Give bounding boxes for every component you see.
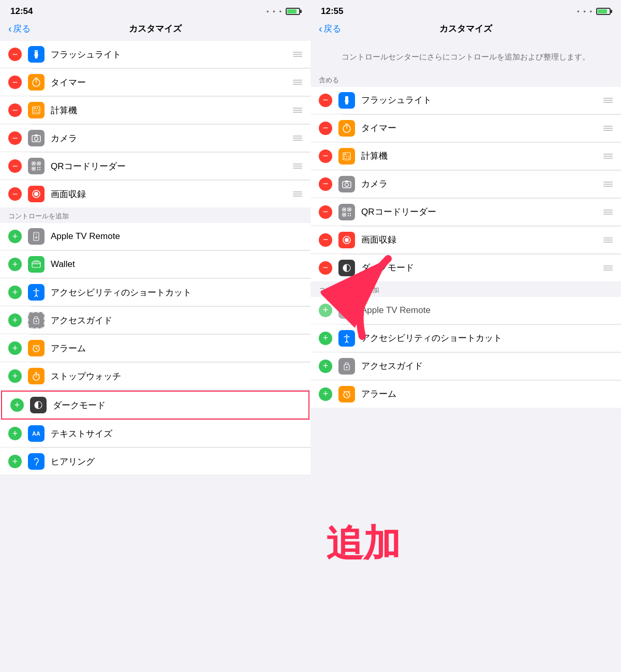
drag-handle[interactable] <box>289 52 302 57</box>
remove-button[interactable]: − <box>8 76 22 89</box>
add-button[interactable]: + <box>10 398 24 412</box>
drag-handle[interactable] <box>289 191 302 197</box>
remove-button[interactable]: − <box>319 150 332 163</box>
drag-handle[interactable] <box>599 182 613 187</box>
drag-handle[interactable] <box>599 126 613 131</box>
drag-handle[interactable] <box>599 210 613 215</box>
svg-line-44 <box>33 345 35 346</box>
remove-button[interactable]: − <box>8 48 22 61</box>
svg-point-62 <box>348 156 349 157</box>
drag-handle[interactable] <box>289 80 302 85</box>
add-button[interactable]: + <box>8 313 22 327</box>
drag-handle[interactable] <box>289 108 302 113</box>
right-time: 12:55 <box>321 6 343 17</box>
timer-icon <box>28 74 45 91</box>
item-label: カメラ <box>51 132 289 144</box>
remove-button[interactable]: − <box>8 131 22 145</box>
svg-point-60 <box>344 156 345 157</box>
remove-button[interactable]: − <box>319 94 332 107</box>
dark-mode-icon <box>30 397 47 413</box>
drag-handle[interactable] <box>599 98 613 103</box>
svg-line-92 <box>344 391 345 392</box>
guided-access-icon <box>28 312 45 328</box>
list-item: + Apple TV Remote <box>0 223 310 250</box>
list-item: − タイマー <box>310 115 621 142</box>
svg-rect-28 <box>39 169 40 170</box>
svg-point-12 <box>38 110 39 111</box>
accessibility-icon <box>28 284 45 301</box>
svg-point-17 <box>35 137 38 141</box>
appletv-icon <box>338 302 355 319</box>
drag-handle[interactable] <box>289 136 302 141</box>
remove-button[interactable]: − <box>8 159 22 173</box>
svg-rect-18 <box>35 135 38 136</box>
svg-point-15 <box>38 112 39 113</box>
item-label: アクセスガイド <box>51 315 302 326</box>
left-back-button[interactable]: ‹ 戻る <box>8 23 31 35</box>
remove-button[interactable]: − <box>319 122 332 135</box>
svg-point-38 <box>36 289 37 290</box>
item-label: フラッシュライト <box>361 94 599 106</box>
hearing-icon <box>28 453 45 470</box>
left-nav-bar: ‹ 戻る カスタマイズ <box>0 19 310 41</box>
item-label: アクセシビリティのショートカット <box>361 332 613 344</box>
dark-mode-list-item: + ダークモード <box>1 391 309 420</box>
add-button[interactable]: + <box>8 258 22 271</box>
remove-button[interactable]: − <box>8 187 22 201</box>
remove-button[interactable]: − <box>319 261 332 275</box>
item-label: アラーム <box>51 342 302 354</box>
list-item: − QRコードリーダー <box>310 199 621 226</box>
list-item: + アクセスガイド <box>0 307 310 334</box>
svg-rect-26 <box>39 167 40 168</box>
accessibility-icon <box>338 330 355 347</box>
add-button[interactable]: + <box>319 360 332 373</box>
list-item: + アクセシビリティのショートカット <box>0 279 310 306</box>
left-status-bar: 12:54 • • • <box>0 0 310 19</box>
svg-rect-27 <box>37 169 38 170</box>
right-back-button[interactable]: ‹ 戻る <box>319 23 341 35</box>
item-label: アクセスガイド <box>361 360 613 372</box>
drag-handle[interactable] <box>289 163 302 169</box>
svg-point-83 <box>346 308 347 309</box>
remove-button[interactable]: − <box>319 205 332 219</box>
svg-line-50 <box>38 374 39 375</box>
list-item: − カメラ <box>0 125 310 152</box>
item-label: 画面収録 <box>51 188 289 200</box>
alarm-icon <box>28 340 45 356</box>
drag-handle[interactable] <box>599 265 613 271</box>
appletv-icon <box>28 228 45 245</box>
svg-rect-25 <box>37 167 38 168</box>
list-item: + アラーム <box>310 381 621 408</box>
item-label: ヒアリング <box>51 456 302 468</box>
remove-button[interactable]: − <box>8 103 22 117</box>
flashlight-icon <box>338 92 355 109</box>
svg-point-13 <box>34 112 35 113</box>
drag-handle[interactable] <box>599 237 613 243</box>
add-button[interactable]: + <box>8 369 22 383</box>
remove-button[interactable]: − <box>319 177 332 191</box>
add-button[interactable]: + <box>8 230 22 243</box>
svg-rect-77 <box>348 215 349 216</box>
list-item: + AA テキストサイズ <box>0 420 310 447</box>
item-label: ダークモード <box>53 399 300 411</box>
svg-line-45 <box>38 345 39 346</box>
svg-rect-68 <box>345 181 348 182</box>
add-button[interactable]: + <box>319 387 332 401</box>
svg-point-11 <box>36 110 37 111</box>
wallet-icon <box>28 256 45 273</box>
svg-rect-7 <box>34 108 36 109</box>
add-button[interactable]: + <box>319 332 332 345</box>
right-panel: 12:55 • • • ‹ 戻る カスタマイズ コントロールセンターにさらにコン… <box>310 0 621 672</box>
drag-handle[interactable] <box>599 154 613 159</box>
add-button[interactable]: + <box>8 286 22 299</box>
left-add-group: + Apple TV Remote + Wallet + アクセシビリティのショ… <box>0 223 310 475</box>
add-button[interactable]: + <box>8 427 22 440</box>
svg-point-80 <box>345 238 349 242</box>
add-button[interactable]: + <box>8 455 22 468</box>
add-button[interactable]: + <box>319 304 332 317</box>
svg-point-88 <box>346 366 348 368</box>
add-button[interactable]: + <box>8 341 22 355</box>
remove-button[interactable]: − <box>319 233 332 247</box>
item-label: タイマー <box>51 77 289 88</box>
left-nav-title: カスタマイズ <box>129 23 182 35</box>
